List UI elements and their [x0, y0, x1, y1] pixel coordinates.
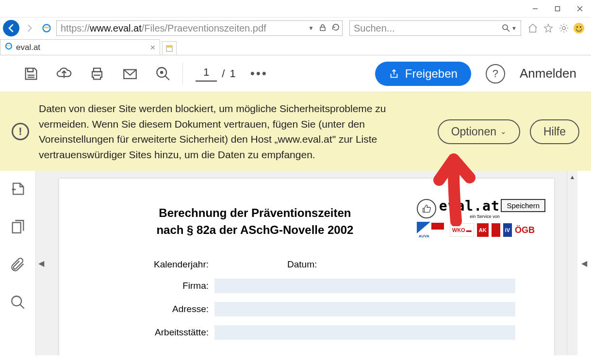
search-box[interactable]: Suchen... ▼	[349, 20, 521, 36]
input-adresse[interactable]	[214, 302, 515, 316]
pdf-page: Speichern Berechnung der Präventionszeit…	[59, 179, 554, 355]
eval-logo-text: eval.at	[439, 198, 500, 214]
svg-point-17	[12, 296, 21, 306]
dropdown-icon[interactable]: ▼	[308, 25, 314, 32]
url-host: www.eval.at	[90, 23, 142, 34]
input-arbeitsstaette[interactable]	[214, 325, 515, 340]
share-icon	[389, 68, 399, 79]
share-button[interactable]: Freigeben	[375, 62, 471, 86]
current-page-input[interactable]: 1	[196, 66, 217, 82]
vertical-scrollbar[interactable]: ▲	[567, 171, 577, 355]
more-menu-icon[interactable]: •••	[250, 66, 268, 81]
input-firma[interactable]	[214, 279, 515, 293]
thumbs-up-icon	[417, 199, 436, 218]
tab-title: eval.at	[16, 43, 40, 52]
pdf-sidebar	[0, 171, 36, 355]
favorites-icon[interactable]	[542, 22, 554, 34]
search-icon[interactable]	[502, 24, 510, 33]
nav-back-button[interactable]	[3, 20, 19, 36]
ogb-logo: ÖGB	[515, 225, 535, 235]
minimize-button[interactable]	[524, 1, 546, 17]
lock-icon[interactable]	[319, 23, 327, 34]
browser-navbar: https://www.eval.at/Files/Praeventionsze…	[0, 17, 591, 39]
warning-message: Daten von dieser Site werden blockiert, …	[39, 101, 388, 162]
scroll-up-icon[interactable]: ▲	[570, 174, 575, 181]
email-icon[interactable]	[114, 59, 147, 88]
cloud-upload-icon[interactable]	[48, 59, 81, 88]
share-label: Freigeben	[405, 67, 458, 81]
tab-close-icon[interactable]: ✕	[150, 44, 156, 51]
red-logo	[492, 223, 500, 237]
pdf-title-line2: nach § 82a der ASchG-Novelle 2002	[108, 222, 402, 239]
close-button[interactable]	[569, 1, 591, 17]
pdf-page-container: Speichern Berechnung der Präventionszeit…	[47, 171, 567, 355]
pdf-form: Kalenderjahr: Datum: Firma: Adresse: Arb…	[79, 259, 535, 340]
svg-point-15	[161, 71, 163, 73]
help-label: Hilfe	[543, 125, 566, 138]
url-address-bar[interactable]: https://www.eval.at/Files/Praeventionsze…	[56, 20, 343, 36]
label-adresse: Adresse:	[113, 304, 214, 314]
browser-tab[interactable]: eval.at ✕	[0, 39, 160, 55]
ie-tab-icon	[4, 42, 13, 53]
url-scheme: https://	[61, 23, 90, 34]
svg-line-7	[507, 29, 509, 32]
page-separator: /	[222, 67, 225, 80]
svg-line-18	[20, 304, 24, 309]
export-icon[interactable]	[10, 181, 26, 199]
svg-line-14	[165, 76, 169, 80]
help-button-yellow[interactable]: Hilfe	[530, 119, 579, 144]
nav-forward-button[interactable]	[21, 20, 38, 36]
browser-tabbar: eval.at ✕	[0, 39, 591, 55]
svg-point-8	[562, 27, 565, 30]
chevron-down-icon: ⌄	[500, 127, 507, 136]
pdf-body-area: ◀ Speichern Berechnung der Präventionsze…	[0, 171, 591, 355]
ie-logo-icon	[42, 23, 51, 33]
options-label: Optionen	[451, 125, 496, 138]
total-pages: 1	[230, 67, 235, 80]
signin-button[interactable]: Anmelden	[520, 66, 576, 81]
speichern-button[interactable]: Speichern	[501, 199, 545, 212]
svg-rect-1	[556, 6, 560, 11]
maximize-button[interactable]	[546, 1, 569, 17]
svg-rect-5	[320, 27, 325, 31]
pdf-title-line1: Berechnung der Präventionszeiten	[108, 205, 402, 222]
partner-logos: AUVA WKO▬ AK iV ÖGB	[417, 222, 535, 238]
expand-left-handle[interactable]: ◀	[36, 171, 47, 355]
page-indicator: 1 / 1	[196, 66, 236, 82]
url-path: /Files/Praeventionszeiten.pdf	[142, 23, 266, 34]
new-tab-button[interactable]	[162, 41, 177, 55]
label-kalenderjahr: Kalenderjahr:	[113, 259, 214, 270]
svg-rect-16	[12, 223, 20, 233]
help-button[interactable]: ?	[486, 64, 505, 83]
eval-logo-sub: ein Service von	[439, 214, 500, 219]
warning-icon: !	[12, 123, 29, 140]
zoom-icon[interactable]	[147, 59, 180, 88]
pdf-toolbar: 1 / 1 ••• Freigeben ? Anmelden	[0, 55, 591, 92]
save-icon[interactable]	[15, 59, 48, 88]
pdf-title: Berechnung der Präventionszeiten nach § …	[79, 198, 402, 239]
expand-right-handle[interactable]: ◀	[577, 171, 591, 355]
svg-point-6	[503, 25, 508, 30]
settings-gear-icon[interactable]	[558, 22, 570, 34]
refresh-icon[interactable]	[331, 23, 340, 34]
search-sidebar-icon[interactable]	[10, 294, 26, 313]
auva-logo: AUVA	[417, 222, 447, 238]
search-placeholder: Suchen...	[354, 23, 395, 34]
options-button[interactable]: Optionen ⌄	[438, 119, 520, 144]
home-icon[interactable]	[527, 22, 539, 34]
search-dropdown-icon[interactable]: ▼	[511, 25, 517, 31]
toolbar-divider	[182, 63, 183, 84]
iv-logo: iV	[503, 223, 512, 237]
window-titlebar	[0, 0, 591, 17]
wko-logo: WKO▬	[450, 223, 474, 237]
security-warning-bar: ! Daten von dieser Site werden blockiert…	[0, 92, 591, 171]
attachment-icon[interactable]	[10, 256, 26, 275]
print-icon[interactable]	[81, 59, 114, 88]
label-firma: Firma:	[113, 281, 214, 291]
label-arbeitsstaette: Arbeitsstätte:	[113, 327, 214, 338]
pages-icon[interactable]	[10, 218, 26, 237]
smiley-icon[interactable]	[574, 23, 584, 33]
eval-logo: eval.at ein Service von	[417, 198, 500, 219]
ak-logo: AK	[477, 223, 489, 237]
label-datum: Datum:	[287, 259, 323, 270]
